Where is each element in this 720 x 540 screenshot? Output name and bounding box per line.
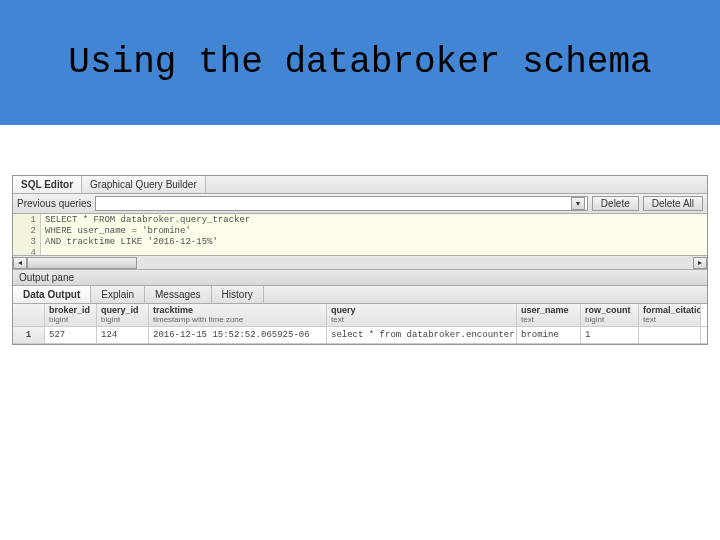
cell-query-id[interactable]: 124 — [97, 327, 149, 343]
pgadmin-panel: SQL Editor Graphical Query Builder Previ… — [12, 175, 708, 345]
slide-title: Using the databroker schema — [68, 41, 651, 84]
grid-header-row: broker_idbigint query_idbigint tracktime… — [13, 304, 707, 327]
chevron-down-icon[interactable]: ▾ — [571, 197, 585, 210]
cell-user-name[interactable]: bromine — [517, 327, 581, 343]
scroll-right-icon[interactable]: ▸ — [693, 257, 707, 269]
row-header-cell — [13, 304, 45, 326]
col-user-name[interactable]: user_nametext — [517, 304, 581, 326]
output-pane-header: Output pane — [13, 270, 707, 286]
row-number: 1 — [13, 327, 45, 343]
line-number: 1 — [13, 215, 36, 226]
tab-explain[interactable]: Explain — [91, 286, 145, 303]
previous-queries-bar: Previous queries ▾ Delete Delete All — [13, 194, 707, 214]
result-grid: broker_idbigint query_idbigint tracktime… — [13, 304, 707, 344]
scroll-track[interactable] — [27, 257, 693, 269]
col-row-count[interactable]: row_countbigint — [581, 304, 639, 326]
col-broker-id[interactable]: broker_idbigint — [45, 304, 97, 326]
cell-tracktime[interactable]: 2016-12-15 15:52:52.065925-06 — [149, 327, 327, 343]
tab-history[interactable]: History — [212, 286, 264, 303]
scroll-thumb[interactable] — [27, 257, 137, 269]
previous-queries-label: Previous queries — [17, 198, 91, 209]
cell-broker-id[interactable]: 527 — [45, 327, 97, 343]
col-formal-citation[interactable]: formal_citationtext — [639, 304, 701, 326]
delete-button[interactable]: Delete — [592, 196, 639, 211]
line-number: 3 — [13, 237, 36, 248]
line-gutter: 1 2 3 4 — [13, 214, 41, 255]
delete-all-button[interactable]: Delete All — [643, 196, 703, 211]
scroll-left-icon[interactable]: ◂ — [13, 257, 27, 269]
col-query-id[interactable]: query_idbigint — [97, 304, 149, 326]
slide-header: Using the databroker schema — [0, 0, 720, 125]
horizontal-scrollbar[interactable]: ◂ ▸ — [13, 256, 707, 270]
cell-row-count[interactable]: 1 — [581, 327, 639, 343]
editor-tabs: SQL Editor Graphical Query Builder — [13, 176, 707, 194]
previous-queries-dropdown[interactable]: ▾ — [95, 196, 587, 211]
tab-messages[interactable]: Messages — [145, 286, 212, 303]
result-tabs: Data Output Explain Messages History — [13, 286, 707, 304]
cell-query[interactable]: select * from databroker.encounter — [327, 327, 517, 343]
sql-editor-area[interactable]: 1 2 3 4 SELECT * FROM databroker.query_t… — [13, 214, 707, 256]
tab-sql-editor[interactable]: SQL Editor — [13, 176, 82, 193]
col-tracktime[interactable]: tracktimetimestamp with time zone — [149, 304, 327, 326]
sql-text[interactable]: SELECT * FROM databroker.query_tracker W… — [41, 214, 707, 255]
cell-formal-citation[interactable] — [639, 327, 701, 343]
tab-data-output[interactable]: Data Output — [13, 286, 91, 303]
col-query-text[interactable]: querytext — [327, 304, 517, 326]
table-row[interactable]: 1 527 124 2016-12-15 15:52:52.065925-06 … — [13, 327, 707, 344]
output-pane-label: Output pane — [19, 272, 74, 283]
line-number: 2 — [13, 226, 36, 237]
tab-graphical-query-builder[interactable]: Graphical Query Builder — [82, 176, 206, 193]
